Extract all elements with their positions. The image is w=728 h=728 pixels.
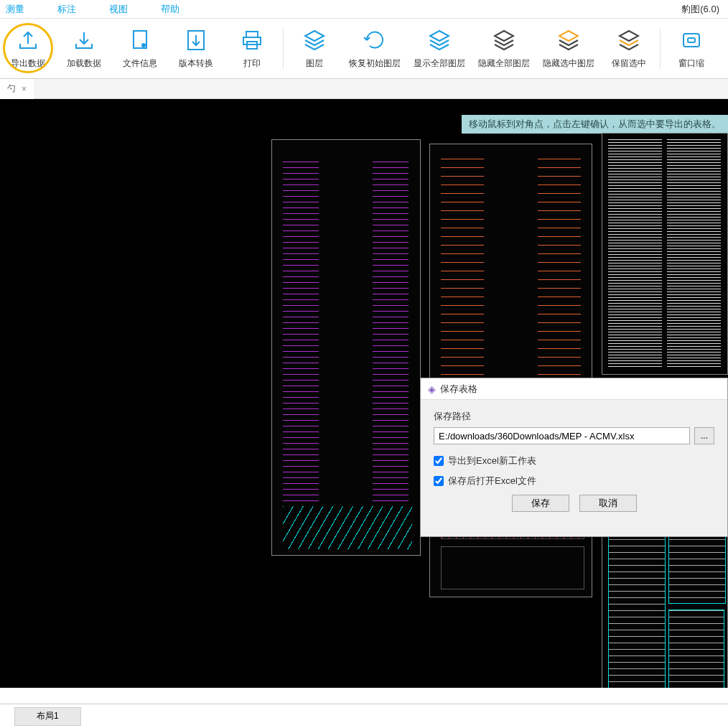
layout-tab[interactable]: 布局1 — [14, 707, 81, 726]
tool-label: 隐藏全部图层 — [478, 57, 530, 70]
drawing-canvas[interactable]: 移动鼠标到对角点，点击左键确认，从而选中要导出的表格。 ◈ 保存表格 保存路径 … — [0, 99, 728, 688]
tool-label: 打印 — [243, 57, 261, 70]
tool-keep-selected[interactable]: 保留选中 — [601, 19, 657, 79]
svg-rect-6 — [683, 34, 699, 47]
keepsel-icon — [616, 27, 642, 53]
tab-label: 勺 — [7, 83, 16, 95]
checkbox-label: 保存后打开Excel文件 — [448, 475, 536, 487]
export-new-sheet-checkbox[interactable]: 导出到Excel新工作表 — [434, 454, 714, 467]
toolbar-separator — [283, 29, 284, 69]
svg-point-1 — [141, 43, 146, 47]
tool-label: 图层 — [306, 57, 323, 70]
tool-export-data[interactable]: 导出数据 — [0, 19, 56, 79]
tool-label: 文件信息 — [123, 57, 157, 70]
path-input[interactable] — [434, 427, 690, 444]
layers-icon — [302, 27, 327, 53]
svg-rect-3 — [246, 32, 258, 37]
hideall-icon — [491, 27, 517, 53]
fileinfo-icon — [127, 27, 153, 53]
tool-print[interactable]: 打印 — [224, 19, 280, 79]
table-icon: ◈ — [428, 383, 436, 395]
close-icon[interactable]: × — [22, 84, 27, 94]
drawing-sheet-3 — [602, 133, 728, 375]
tool-hide-selected-layers[interactable]: 隐藏选中图层 — [536, 19, 601, 79]
tool-label: 保留选中 — [612, 57, 646, 70]
checkbox-input[interactable] — [434, 456, 444, 466]
menu-annotate[interactable]: 标注 — [57, 3, 76, 16]
import-icon — [71, 27, 97, 53]
tool-layers[interactable]: 图层 — [286, 19, 342, 79]
menu-help[interactable]: 帮助 — [161, 3, 179, 16]
zoomwin-icon — [678, 27, 704, 53]
drawing-sheet-1 — [271, 139, 421, 556]
tool-show-all-layers[interactable]: 显示全部图层 — [407, 19, 472, 79]
svg-rect-7 — [688, 38, 695, 42]
checkbox-label: 导出到Excel新工作表 — [448, 454, 536, 467]
convert-icon — [183, 27, 209, 53]
hint-banner: 移动鼠标到对角点，点击左键确认，从而选中要导出的表格。 — [462, 115, 728, 134]
save-button[interactable]: 保存 — [512, 495, 569, 512]
tool-restore-layers[interactable]: 恢复初始图层 — [342, 19, 407, 79]
tool-label: 导出数据 — [11, 57, 45, 70]
tool-label: 隐藏选中图层 — [543, 57, 594, 70]
tabbar: 勺 × — [0, 79, 728, 99]
cancel-button[interactable]: 取消 — [579, 495, 637, 512]
path-label: 保存路径 — [434, 410, 714, 423]
browse-button[interactable]: ... — [694, 427, 714, 444]
tool-label: 显示全部图层 — [414, 57, 465, 70]
tool-hide-all-layers[interactable]: 隐藏全部图层 — [472, 19, 536, 79]
tool-load-data[interactable]: 加载数据 — [56, 19, 112, 79]
file-tab[interactable]: 勺 × — [0, 79, 34, 99]
menubar: 测量 标注 视图 帮助 豹图(6.0) — [0, 0, 728, 19]
restore-icon — [362, 27, 388, 53]
tool-label: 版本转换 — [179, 57, 213, 70]
tool-label: 恢复初始图层 — [349, 57, 401, 70]
hidesel-icon — [556, 27, 582, 53]
checkbox-input[interactable] — [434, 476, 444, 486]
dialog-title: 保存表格 — [440, 383, 477, 396]
menu-view[interactable]: 视图 — [109, 3, 128, 16]
tool-label: 窗口缩 — [678, 57, 704, 70]
tool-version-convert[interactable]: 版本转换 — [168, 19, 224, 79]
menu-measure[interactable]: 测量 — [6, 3, 24, 16]
export-icon — [15, 27, 41, 53]
dialog-titlebar[interactable]: ◈ 保存表格 — [421, 378, 727, 400]
print-icon — [239, 27, 265, 53]
toolbar-separator — [660, 29, 661, 69]
save-table-dialog: ◈ 保存表格 保存路径 ... 导出到Excel新工作表 保存后打开Excel文… — [420, 378, 728, 537]
bottombar: 布局1 — [0, 704, 728, 728]
toolbar: 导出数据 加载数据 文件信息 版本转换 打印 图层 恢复初始图层 — [0, 19, 728, 79]
tool-file-info[interactable]: 文件信息 — [112, 19, 168, 79]
showall-icon — [426, 27, 452, 53]
app-title: 豹图(6.0) — [681, 3, 719, 16]
tool-zoom-window[interactable]: 窗口缩 — [663, 19, 719, 79]
tool-label: 加载数据 — [67, 57, 101, 70]
open-after-save-checkbox[interactable]: 保存后打开Excel文件 — [434, 475, 714, 487]
